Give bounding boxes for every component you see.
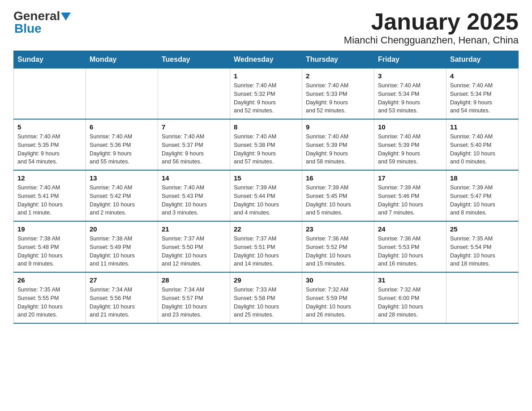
calendar-week-row: 1Sunrise: 7:40 AM Sunset: 5:32 PM Daylig… — [14, 68, 519, 120]
calendar-cell — [446, 272, 519, 323]
calendar-cell: 21Sunrise: 7:37 AM Sunset: 5:50 PM Dayli… — [158, 221, 230, 272]
weekday-header-monday: Monday — [86, 51, 158, 68]
calendar-week-row: 26Sunrise: 7:35 AM Sunset: 5:55 PM Dayli… — [14, 272, 519, 323]
calendar-title: January 2025 — [344, 9, 519, 34]
logo-triangle-icon — [61, 13, 71, 21]
day-number: 16 — [306, 174, 370, 182]
day-number: 26 — [17, 276, 82, 284]
day-number: 20 — [90, 225, 154, 233]
day-number: 9 — [306, 123, 370, 131]
weekday-header-saturday: Saturday — [446, 51, 519, 68]
calendar-table: SundayMondayTuesdayWednesdayThursdayFrid… — [13, 51, 519, 324]
calendar-cell: 14Sunrise: 7:40 AM Sunset: 5:43 PM Dayli… — [158, 170, 230, 221]
calendar-cell — [158, 68, 230, 120]
day-number: 21 — [162, 225, 226, 233]
day-number: 29 — [234, 276, 298, 284]
weekday-header-wednesday: Wednesday — [230, 51, 302, 68]
calendar-week-row: 12Sunrise: 7:40 AM Sunset: 5:41 PM Dayli… — [14, 170, 519, 221]
day-number: 11 — [450, 123, 515, 131]
calendar-cell: 20Sunrise: 7:38 AM Sunset: 5:49 PM Dayli… — [86, 221, 158, 272]
day-number: 4 — [450, 72, 515, 80]
calendar-cell: 5Sunrise: 7:40 AM Sunset: 5:35 PM Daylig… — [14, 119, 86, 170]
calendar-cell: 25Sunrise: 7:35 AM Sunset: 5:54 PM Dayli… — [446, 221, 519, 272]
day-number: 28 — [162, 276, 226, 284]
day-number: 30 — [306, 276, 370, 284]
calendar-cell: 2Sunrise: 7:40 AM Sunset: 5:33 PM Daylig… — [302, 68, 374, 120]
day-number: 23 — [306, 225, 370, 233]
day-info: Sunrise: 7:40 AM Sunset: 5:32 PM Dayligh… — [234, 81, 298, 115]
calendar-cell: 15Sunrise: 7:39 AM Sunset: 5:44 PM Dayli… — [230, 170, 302, 221]
day-number: 27 — [90, 276, 154, 284]
calendar-cell: 31Sunrise: 7:32 AM Sunset: 6:00 PM Dayli… — [374, 272, 446, 323]
calendar-cell: 27Sunrise: 7:34 AM Sunset: 5:56 PM Dayli… — [86, 272, 158, 323]
calendar-cell: 11Sunrise: 7:40 AM Sunset: 5:40 PM Dayli… — [446, 119, 519, 170]
day-info: Sunrise: 7:38 AM Sunset: 5:49 PM Dayligh… — [90, 235, 154, 268]
day-number: 24 — [378, 225, 442, 233]
day-info: Sunrise: 7:40 AM Sunset: 5:33 PM Dayligh… — [306, 81, 370, 115]
day-number: 22 — [234, 225, 298, 233]
calendar-cell: 30Sunrise: 7:32 AM Sunset: 5:59 PM Dayli… — [302, 272, 374, 323]
calendar-cell: 17Sunrise: 7:39 AM Sunset: 5:46 PM Dayli… — [374, 170, 446, 221]
day-info: Sunrise: 7:37 AM Sunset: 5:51 PM Dayligh… — [234, 235, 298, 268]
title-block: January 2025 Mianchi Chengguanzhen, Hena… — [344, 9, 519, 46]
weekday-header-tuesday: Tuesday — [158, 51, 230, 68]
day-info: Sunrise: 7:35 AM Sunset: 5:54 PM Dayligh… — [450, 235, 515, 268]
calendar-cell: 26Sunrise: 7:35 AM Sunset: 5:55 PM Dayli… — [14, 272, 86, 323]
calendar-cell: 22Sunrise: 7:37 AM Sunset: 5:51 PM Dayli… — [230, 221, 302, 272]
day-info: Sunrise: 7:32 AM Sunset: 5:59 PM Dayligh… — [306, 286, 370, 319]
day-number: 7 — [162, 123, 226, 131]
day-info: Sunrise: 7:40 AM Sunset: 5:34 PM Dayligh… — [450, 81, 515, 115]
day-number: 31 — [378, 276, 442, 284]
day-info: Sunrise: 7:40 AM Sunset: 5:34 PM Dayligh… — [378, 81, 442, 115]
day-number: 18 — [450, 174, 515, 182]
day-number: 2 — [306, 72, 370, 80]
calendar-cell: 18Sunrise: 7:39 AM Sunset: 5:47 PM Dayli… — [446, 170, 519, 221]
calendar-cell: 6Sunrise: 7:40 AM Sunset: 5:36 PM Daylig… — [86, 119, 158, 170]
day-info: Sunrise: 7:40 AM Sunset: 5:40 PM Dayligh… — [450, 133, 515, 166]
calendar-cell: 9Sunrise: 7:40 AM Sunset: 5:39 PM Daylig… — [302, 119, 374, 170]
weekday-header-friday: Friday — [374, 51, 446, 68]
day-info: Sunrise: 7:40 AM Sunset: 5:36 PM Dayligh… — [90, 133, 154, 166]
calendar-cell — [86, 68, 158, 120]
calendar-cell: 4Sunrise: 7:40 AM Sunset: 5:34 PM Daylig… — [446, 68, 519, 120]
day-number: 15 — [234, 174, 298, 182]
day-number: 1 — [234, 72, 298, 80]
day-number: 10 — [378, 123, 442, 131]
day-info: Sunrise: 7:33 AM Sunset: 5:58 PM Dayligh… — [234, 286, 298, 319]
day-info: Sunrise: 7:40 AM Sunset: 5:38 PM Dayligh… — [234, 133, 298, 166]
logo: General Blue — [13, 9, 71, 36]
calendar-cell: 28Sunrise: 7:34 AM Sunset: 5:57 PM Dayli… — [158, 272, 230, 323]
day-number: 8 — [234, 123, 298, 131]
day-info: Sunrise: 7:40 AM Sunset: 5:41 PM Dayligh… — [17, 184, 82, 217]
day-number: 5 — [17, 123, 82, 131]
calendar-cell: 23Sunrise: 7:36 AM Sunset: 5:52 PM Dayli… — [302, 221, 374, 272]
day-info: Sunrise: 7:40 AM Sunset: 5:43 PM Dayligh… — [162, 184, 226, 217]
day-info: Sunrise: 7:35 AM Sunset: 5:55 PM Dayligh… — [17, 286, 82, 319]
calendar-cell: 13Sunrise: 7:40 AM Sunset: 5:42 PM Dayli… — [86, 170, 158, 221]
calendar-cell: 16Sunrise: 7:39 AM Sunset: 5:45 PM Dayli… — [302, 170, 374, 221]
day-number: 25 — [450, 225, 515, 233]
calendar-cell: 7Sunrise: 7:40 AM Sunset: 5:37 PM Daylig… — [158, 119, 230, 170]
calendar-header-row: SundayMondayTuesdayWednesdayThursdayFrid… — [14, 51, 519, 68]
svg-marker-0 — [61, 13, 71, 21]
day-info: Sunrise: 7:36 AM Sunset: 5:53 PM Dayligh… — [378, 235, 442, 268]
logo-blue: Blue — [14, 21, 42, 35]
calendar-cell: 1Sunrise: 7:40 AM Sunset: 5:32 PM Daylig… — [230, 68, 302, 120]
day-number: 12 — [17, 174, 82, 182]
day-info: Sunrise: 7:37 AM Sunset: 5:50 PM Dayligh… — [162, 235, 226, 268]
day-info: Sunrise: 7:40 AM Sunset: 5:35 PM Dayligh… — [17, 133, 82, 166]
day-number: 17 — [378, 174, 442, 182]
calendar-cell: 8Sunrise: 7:40 AM Sunset: 5:38 PM Daylig… — [230, 119, 302, 170]
calendar-cell: 10Sunrise: 7:40 AM Sunset: 5:39 PM Dayli… — [374, 119, 446, 170]
day-info: Sunrise: 7:32 AM Sunset: 6:00 PM Dayligh… — [378, 286, 442, 319]
day-info: Sunrise: 7:39 AM Sunset: 5:45 PM Dayligh… — [306, 184, 370, 217]
day-info: Sunrise: 7:40 AM Sunset: 5:42 PM Dayligh… — [90, 184, 154, 217]
day-info: Sunrise: 7:39 AM Sunset: 5:47 PM Dayligh… — [450, 184, 515, 217]
calendar-cell: 19Sunrise: 7:38 AM Sunset: 5:48 PM Dayli… — [14, 221, 86, 272]
page-header: General Blue January 2025 Mianchi Chengg… — [13, 9, 519, 46]
day-info: Sunrise: 7:40 AM Sunset: 5:39 PM Dayligh… — [378, 133, 442, 166]
calendar-cell: 29Sunrise: 7:33 AM Sunset: 5:58 PM Dayli… — [230, 272, 302, 323]
calendar-cell: 12Sunrise: 7:40 AM Sunset: 5:41 PM Dayli… — [14, 170, 86, 221]
day-number: 6 — [90, 123, 154, 131]
day-number: 3 — [378, 72, 442, 80]
